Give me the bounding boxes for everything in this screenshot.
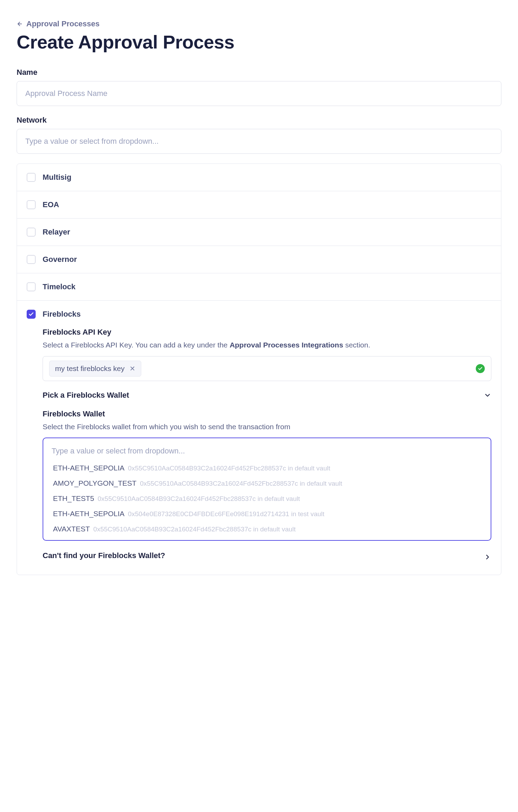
network-label: Network [17,116,501,125]
option-label-multisig: Multisig [43,173,71,182]
valid-check-icon [476,364,485,373]
wallet-option-detail: 0x55C9510AaC0584B93C2a16024Fd452Fbc28853… [128,465,330,472]
wallet-option-detail: 0x55C9510AaC0584B93C2a16024Fd452Fbc28853… [98,495,300,503]
network-input[interactable] [17,129,501,154]
fireblocks-api-key-input[interactable]: my test fireblocks key ✕ [43,356,491,381]
pick-wallet-heading: Pick a Fireblocks Wallet [43,391,129,400]
option-governor[interactable]: Governor [17,246,501,273]
page-title: Create Approval Process [17,31,501,53]
fireblocks-wallet-desc: Select the Fireblocks wallet from which … [43,421,491,432]
option-label-timelock: Timelock [43,282,75,291]
name-label: Name [17,68,501,77]
option-label-governor: Governor [43,255,77,264]
name-input[interactable] [17,81,501,106]
wallet-option[interactable]: AVAXTEST 0x55C9510AaC0584B93C2a16024Fd45… [43,521,491,537]
option-timelock[interactable]: Timelock [17,273,501,301]
api-key-chip[interactable]: my test fireblocks key ✕ [49,361,141,377]
option-label-fireblocks: Fireblocks [43,310,81,319]
cant-find-wallet-label: Can't find your Fireblocks Wallet? [43,551,165,560]
arrow-left-icon [17,21,23,27]
checkbox-multisig[interactable] [27,173,36,182]
checkbox-timelock[interactable] [27,282,36,291]
wallet-option[interactable]: ETH-AETH_SEPOLIA 0x504e0E87328E0CD4FBDEc… [43,506,491,521]
wallet-option-name: ETH-AETH_SEPOLIA [53,464,125,472]
breadcrumb-back-link[interactable]: Approval Processes [17,19,100,28]
remove-chip-icon[interactable]: ✕ [130,365,135,372]
fireblocks-api-key-heading: Fireblocks API Key [43,328,491,337]
wallet-option[interactable]: ETH_TEST5 0x55C9510AaC0584B93C2a16024Fd4… [43,491,491,506]
fireblocks-api-key-desc: Select a Fireblocks API Key. You can add… [43,339,491,351]
wallet-option-detail: 0x55C9510AaC0584B93C2a16024Fd452Fbc28853… [93,526,296,533]
checkbox-eoa[interactable] [27,200,36,209]
api-key-chip-label: my test fireblocks key [55,364,125,373]
wallet-option-name: ETH_TEST5 [53,494,94,503]
option-fireblocks-section: Fireblocks Fireblocks API Key Select a F… [17,301,501,575]
checkbox-fireblocks[interactable] [27,310,36,319]
fireblocks-api-key-desc-suffix: section. [343,341,370,349]
fireblocks-api-key-desc-prefix: Select a Fireblocks API Key. You can add… [43,341,230,349]
checkbox-relayer[interactable] [27,228,36,237]
wallet-option-detail: 0x55C9510AaC0584B93C2a16024Fd452Fbc28853… [140,480,342,487]
fireblocks-api-key-desc-bold: Approval Processes Integrations [230,341,343,349]
wallet-option-name: ETH-AETH_SEPOLIA [53,510,125,518]
wallet-option[interactable]: AMOY_POLYGON_TEST 0x55C9510AaC0584B93C2a… [43,476,491,491]
chevron-down-icon [484,391,491,399]
approval-type-options: Multisig EOA Relayer Governor Timelock F… [17,164,501,575]
wallet-option-name: AMOY_POLYGON_TEST [53,479,136,487]
cant-find-wallet-toggle[interactable]: Can't find your Fireblocks Wallet? [43,551,491,563]
chevron-right-icon [484,553,491,561]
check-icon [28,311,34,317]
option-label-eoa: EOA [43,200,59,209]
fireblocks-wallet-input[interactable] [43,444,491,460]
fireblocks-wallet-dropdown[interactable]: ETH-AETH_SEPOLIA 0x55C9510AaC0584B93C2a1… [43,438,491,541]
checkbox-governor[interactable] [27,255,36,264]
wallet-option-detail: 0x504e0E87328E0CD4FBDEc6FEe098E191d27142… [128,510,324,518]
fireblocks-wallet-heading: Fireblocks Wallet [43,409,491,418]
breadcrumb-label: Approval Processes [26,19,100,28]
option-multisig[interactable]: Multisig [17,164,501,191]
option-fireblocks[interactable]: Fireblocks [27,310,491,319]
option-relayer[interactable]: Relayer [17,219,501,246]
wallet-option-name: AVAXTEST [53,525,90,533]
wallet-option[interactable]: ETH-AETH_SEPOLIA 0x55C9510AaC0584B93C2a1… [43,460,491,476]
option-eoa[interactable]: EOA [17,191,501,219]
pick-wallet-toggle[interactable]: Pick a Fireblocks Wallet [43,391,491,400]
option-label-relayer: Relayer [43,228,70,237]
